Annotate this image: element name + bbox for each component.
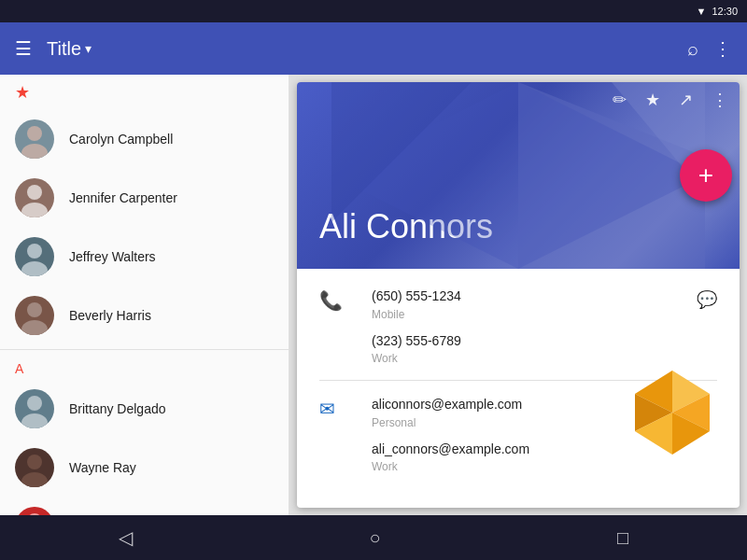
avatar-img-brittany — [15, 389, 54, 428]
contact-name-jennifer: Jennifer Carpenter — [69, 190, 177, 205]
edit-icon[interactable]: ✏ — [613, 90, 627, 110]
contact-item-brittany[interactable]: Brittany Delgado — [0, 380, 289, 439]
top-bar: ☰ Title ▾ ⌕ ⋮ — [0, 22, 747, 75]
a-section-header: A — [0, 354, 289, 380]
phone-work-value: (323) 555-6789 — [372, 332, 667, 351]
avatar-img-rachel — [15, 507, 54, 515]
back-button[interactable]: ◁ — [96, 519, 155, 556]
detail-divider — [319, 380, 717, 381]
contacts-list: ★ Carolyn Campbell Jen — [0, 75, 289, 515]
time-display: 12:30 — [712, 6, 738, 17]
email-work-value: ali_connors@example.com — [372, 441, 717, 459]
app-container: ☰ Title ▾ ⌕ ⋮ ★ Carolyn Campbell — [0, 22, 747, 560]
svg-point-10 — [27, 455, 42, 469]
detail-more-icon[interactable]: ⋮ — [712, 90, 728, 110]
star-action-icon[interactable]: ★ — [645, 90, 660, 110]
avatar-brittany — [15, 389, 54, 428]
title-dropdown[interactable]: Title ▾ — [47, 38, 672, 60]
contact-item-jennifer[interactable]: Jennifer Carpenter — [0, 169, 289, 228]
star-section-icon: ★ — [15, 82, 30, 103]
menu-icon[interactable]: ☰ — [15, 37, 32, 60]
email-content: aliconnors@example.com Personal ali_conn… — [372, 396, 717, 473]
signal-icon: ▼ — [697, 6, 707, 17]
app-title: Title — [47, 38, 81, 60]
contact-name-beverly: Beverly Harris — [69, 308, 151, 323]
email-icon: ✉ — [319, 398, 342, 420]
detail-header: ✏ ★ ↗ ⋮ Ali Connors — [297, 82, 740, 269]
svg-point-2 — [27, 185, 42, 200]
avatar-img-wayne — [15, 448, 54, 487]
contact-item-carolyn[interactable]: Carolyn Campbell — [0, 110, 289, 169]
email-personal-label: Personal — [372, 416, 717, 429]
svg-point-9 — [21, 413, 48, 428]
fab-plus-icon: + — [698, 162, 713, 189]
starred-section-header: ★ — [0, 75, 289, 110]
status-bar: ▼ 12:30 — [0, 0, 747, 22]
share-icon[interactable]: ↗ — [679, 90, 693, 110]
avatar-img-beverly — [15, 296, 54, 335]
phone-content: (650) 555-1234 Mobile (323) 555-6789 Wor… — [372, 287, 667, 365]
svg-point-8 — [27, 396, 42, 411]
phone-icon: 📞 — [319, 289, 342, 312]
svg-point-1 — [21, 144, 48, 159]
contact-item-jeffrey[interactable]: Jeffrey Walters — [0, 228, 289, 287]
phone-row: 📞 (650) 555-1234 Mobile (323) 555-6789 W… — [297, 276, 740, 376]
avatar-beverly — [15, 296, 54, 335]
avatar-carolyn — [15, 119, 54, 159]
search-icon[interactable]: ⌕ — [687, 38, 698, 60]
phone-work-label: Work — [372, 352, 667, 365]
detail-body: 📞 (650) 555-1234 Mobile (323) 555-6789 W… — [297, 269, 740, 508]
contact-item-rachel[interactable]: Rachel Ross — [0, 497, 289, 515]
message-icon[interactable]: 💬 — [697, 289, 717, 310]
avatar-jennifer — [15, 178, 54, 217]
contact-name-wayne: Wayne Ray — [69, 460, 136, 475]
avatar-img-jennifer — [15, 178, 54, 217]
svg-point-12 — [27, 513, 42, 515]
contact-name-carolyn: Carolyn Campbell — [69, 132, 173, 147]
contact-item-beverly[interactable]: Beverly Harris — [0, 287, 289, 345]
svg-point-7 — [21, 320, 48, 335]
contact-name-jeffrey: Jeffrey Walters — [69, 249, 156, 264]
avatar-img-jeffrey — [15, 237, 54, 276]
email-row: ✉ aliconnors@example.com Personal ali_co… — [297, 385, 740, 484]
email-work-label: Work — [372, 460, 717, 473]
top-bar-actions: ⌕ ⋮ — [687, 37, 732, 60]
detail-contact-name: Ali Connors — [297, 207, 740, 246]
bottom-navigation: ◁ ○ □ — [0, 515, 747, 560]
svg-point-3 — [21, 203, 48, 217]
svg-point-6 — [27, 302, 42, 317]
more-options-icon[interactable]: ⋮ — [713, 37, 732, 60]
phone-mobile-label: Mobile — [372, 308, 667, 321]
phone-mobile-value: (650) 555-1234 — [372, 287, 667, 306]
detail-header-actions: ✏ ★ ↗ ⋮ — [297, 82, 740, 118]
recent-button[interactable]: □ — [595, 520, 651, 556]
avatar-jeffrey — [15, 237, 54, 276]
avatar-img-carolyn — [15, 119, 54, 159]
section-divider — [0, 349, 289, 350]
email-personal-value: aliconnors@example.com — [372, 396, 717, 414]
detail-panel: ✏ ★ ↗ ⋮ Ali Connors 📞 (650) 555-1234 Mob… — [297, 82, 740, 508]
contact-item-wayne[interactable]: Wayne Ray — [0, 439, 289, 497]
avatar-wayne — [15, 448, 54, 487]
svg-point-5 — [21, 261, 48, 276]
svg-point-0 — [27, 126, 42, 141]
dropdown-arrow-icon: ▾ — [85, 41, 92, 56]
svg-point-11 — [21, 472, 48, 487]
fab-button[interactable]: + — [680, 149, 732, 202]
home-button[interactable]: ○ — [346, 520, 402, 556]
contact-name-brittany: Brittany Delgado — [69, 401, 166, 416]
main-content: ★ Carolyn Campbell Jen — [0, 75, 747, 515]
svg-point-4 — [27, 244, 42, 259]
avatar-rachel — [15, 507, 54, 515]
